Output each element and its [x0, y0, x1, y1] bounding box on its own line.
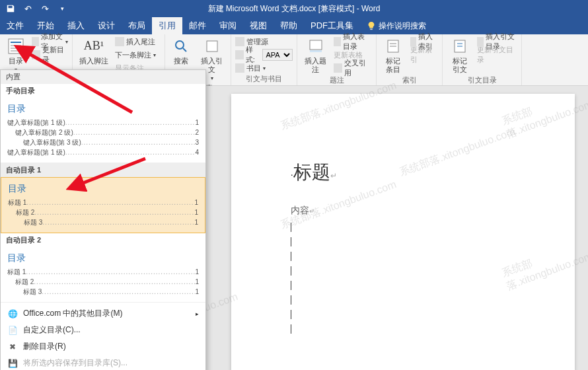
search-icon — [172, 37, 190, 56]
remove-icon: ✖ — [7, 342, 18, 352]
manual-toc-template[interactable]: 目录 键入章标题(第 1 级)1键入章标题(第 2 级)2键入章标题(第 3 级… — [1, 98, 205, 163]
tab-references[interactable]: 引用 — [152, 17, 182, 34]
update-icon — [32, 50, 40, 59]
toc-sample-line: 标题 11 — [8, 198, 198, 207]
update-toc-button[interactable]: 更新目录 — [32, 49, 68, 61]
tell-me-search[interactable]: 操作说明搜索 — [360, 20, 426, 32]
qat-customize-icon[interactable]: ▾ — [55, 2, 69, 15]
tab-help[interactable]: 帮助 — [274, 17, 304, 34]
svg-line-7 — [183, 48, 186, 52]
toc-sample-line: 键入章标题(第 3 级)3 — [7, 137, 199, 147]
toc-button-label: 目录 — [9, 57, 23, 65]
document-body-text[interactable]: 内容↵ — [291, 205, 548, 217]
window-title: 新建 Microsoft Word 文档.docx [兼容模式] - Word — [208, 3, 381, 15]
tab-view[interactable]: 视图 — [243, 17, 274, 34]
tof-icon — [334, 37, 341, 46]
builtin-header: 内置 — [1, 70, 205, 84]
update-index-button: 更新索引 — [410, 49, 438, 61]
document-heading[interactable]: ·标题↵ — [291, 160, 548, 185]
toc-button[interactable]: 目录 ▾ — [4, 36, 28, 75]
cross-reference-button[interactable]: 交叉引用 — [334, 62, 372, 74]
toc-sample-line: 键入章标题(第 2 级)2 — [7, 128, 199, 137]
auto-toc-1-template[interactable]: 目录 标题 11标题 21标题 31 — [1, 177, 205, 233]
auto-toc-2-header: 自动目录 2 — [1, 233, 205, 247]
toc-sample-line: 标题 21 — [8, 207, 198, 217]
toc-gallery-dropdown: 内置 手动目录 目录 键入章标题(第 1 级)1键入章标题(第 2 级)2键入章… — [0, 69, 206, 370]
mark-citation-icon — [451, 37, 469, 56]
insert-table-of-figures-button[interactable]: 插入表目录 — [334, 36, 372, 48]
toc-sample-line: 键入章标题(第 1 级)1 — [7, 118, 199, 128]
footnote-icon: AB¹ — [85, 37, 103, 56]
svg-rect-9 — [310, 40, 322, 50]
search-button[interactable]: 搜索 — [169, 36, 193, 67]
document-page[interactable]: ·标题↵ 内容↵ — [231, 94, 575, 370]
save-gallery-icon: 💾 — [7, 358, 18, 369]
endnote-icon — [115, 37, 124, 46]
manage-sources-button[interactable]: 管理源 — [235, 36, 293, 48]
auto-toc-2-template[interactable]: 目录 标题 11标题 21标题 31 — [1, 247, 205, 303]
next-footnote-button[interactable]: 下一条脚注▾ — [115, 49, 156, 61]
tab-file[interactable]: 文件 — [0, 17, 30, 34]
bibliography-button[interactable]: 书目▾ — [235, 62, 293, 74]
more-toc-office-button[interactable]: 🌐Office.com 中的其他目录(M)▸ — [1, 305, 205, 322]
toc-sample-line: 键入章标题(第 1 级)4 — [7, 147, 199, 157]
style-icon — [235, 50, 244, 59]
auto-toc-1-header: 自动目录 1 — [1, 163, 205, 177]
redo-button[interactable]: ↷ — [38, 2, 52, 15]
tell-me-label: 操作说明搜索 — [379, 20, 426, 32]
crossref-icon — [334, 63, 342, 73]
mark-entry-icon — [384, 37, 402, 56]
document-icon: 📄 — [7, 325, 18, 336]
biblio-icon — [235, 63, 244, 73]
toc-sample-line: 标题 31 — [7, 287, 199, 297]
toc-sample-line: 标题 21 — [7, 277, 199, 287]
citation-style-select[interactable]: 样式: APA — [235, 49, 293, 61]
caption-icon — [307, 37, 325, 56]
undo-button[interactable]: ↶ — [21, 2, 34, 15]
add-text-icon — [32, 37, 39, 46]
citation-icon — [203, 37, 221, 56]
svg-point-6 — [176, 41, 184, 49]
title-bar: ↶ ↷ ▾ 新建 Microsoft Word 文档.docx [兼容模式] -… — [0, 0, 588, 17]
tab-mailings[interactable]: 邮件 — [182, 17, 213, 34]
manual-toc-header: 手动目录 — [1, 84, 205, 98]
remove-toc-button[interactable]: ✖删除目录(R) — [1, 338, 205, 355]
manage-sources-icon — [235, 37, 244, 46]
svg-rect-1 — [9, 39, 23, 54]
insert-footnote-button[interactable]: AB¹ 插入脚注 — [77, 36, 111, 67]
toc-icon — [7, 37, 25, 56]
tab-design[interactable]: 设计 — [91, 17, 122, 34]
mark-entry-button[interactable]: 标记条目 — [381, 36, 406, 75]
tab-review[interactable]: 审阅 — [213, 17, 243, 34]
insert-endnote-button[interactable]: 插入尾注 — [115, 36, 156, 48]
save-selection-to-gallery-button[interactable]: 💾将所选内容保存到目录库(S)... — [1, 355, 205, 370]
save-button[interactable] — [4, 2, 17, 15]
style-dropdown[interactable]: APA — [262, 49, 293, 61]
toc-sample-line: 标题 11 — [7, 267, 199, 277]
svg-rect-0 — [370, 28, 373, 30]
quick-access-toolbar: ↶ ↷ ▾ — [0, 2, 69, 15]
insert-caption-button[interactable]: 插入题注 — [301, 36, 330, 75]
mark-citation-button[interactable]: 标记引文 — [447, 36, 473, 75]
svg-rect-10 — [310, 50, 322, 52]
chevron-down-icon: ▾ — [211, 75, 213, 82]
tab-layout[interactable]: 布局 — [122, 17, 152, 34]
svg-rect-8 — [207, 41, 217, 52]
custom-toc-button[interactable]: 📄自定义目录(C)... — [1, 322, 205, 338]
lightbulb-icon — [367, 21, 376, 30]
update-toa-button: 更新引文目录 — [477, 49, 517, 61]
tab-insert[interactable]: 插入 — [61, 17, 91, 34]
toc-sample-line: 标题 31 — [8, 217, 198, 227]
globe-icon: 🌐 — [7, 309, 18, 319]
